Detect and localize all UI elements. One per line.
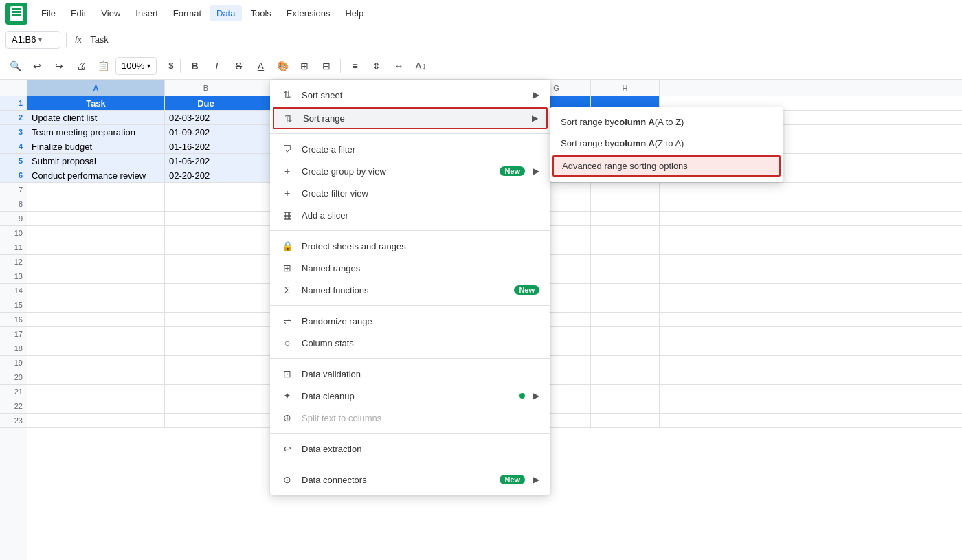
menu-item-data[interactable]: Data [210, 5, 242, 21]
fill-color-icon[interactable]: 🎨 [273, 56, 292, 76]
menu-item-data-connectors[interactable]: ⊙Data connectorsNew▶ [270, 469, 550, 491]
cell-9-H[interactable] [591, 212, 660, 225]
menu-item-data-cleanup[interactable]: ✦Data cleanup▶ [270, 385, 550, 407]
italic-button[interactable]: I [207, 56, 226, 76]
cell-1-A[interactable]: Task [27, 96, 165, 110]
row-num-17[interactable]: 17 [0, 327, 27, 341]
copy-format-icon[interactable]: 📋 [93, 56, 113, 76]
menu-item-randomize-range[interactable]: ⇌Randomize range [270, 310, 550, 332]
cell-16-A[interactable] [27, 313, 165, 326]
menu-item-extensions[interactable]: Extensions [280, 5, 337, 21]
cell-22-A[interactable] [27, 399, 165, 413]
cell-20-B[interactable] [165, 370, 247, 384]
cell-15-H[interactable] [591, 298, 660, 312]
cell-8-H[interactable] [591, 197, 660, 211]
row-num-14[interactable]: 14 [0, 284, 27, 298]
cell-6-B[interactable]: 02-20-202 [165, 168, 247, 182]
menu-item-insert[interactable]: Insert [128, 5, 165, 21]
menu-item-named-functions[interactable]: ΣNamed functionsNew [270, 279, 550, 301]
print-icon[interactable]: 🖨 [71, 56, 91, 76]
cell-19-H[interactable] [591, 356, 660, 370]
cell-18-H[interactable] [591, 341, 660, 355]
cell-19-A[interactable] [27, 356, 165, 370]
menu-item-column-stats[interactable]: ○Column stats [270, 332, 550, 354]
cell-5-B[interactable]: 01-06-202 [165, 154, 247, 168]
zoom-selector[interactable]: 100% ▾ [115, 57, 157, 75]
row-num-2[interactable]: 2 [0, 111, 27, 125]
search-icon[interactable]: 🔍 [5, 56, 25, 76]
cell-ref-box[interactable]: A1:B6 ▾ [5, 31, 60, 49]
row-num-1[interactable]: 1 [0, 96, 27, 111]
wrap-icon[interactable]: ↔ [389, 56, 408, 76]
menu-item-format[interactable]: Format [166, 5, 208, 21]
cell-14-B[interactable] [165, 284, 247, 298]
menu-item-create-filter-view[interactable]: +Create filter view [270, 182, 550, 204]
cell-9-B[interactable] [165, 212, 247, 225]
cell-19-B[interactable] [165, 356, 247, 370]
align-vertical-icon[interactable]: ⇕ [367, 56, 386, 76]
menu-item-create-group-by-view[interactable]: +Create group by viewNew▶ [270, 160, 550, 182]
cell-20-H[interactable] [591, 370, 660, 384]
menu-item-edit[interactable]: Edit [64, 5, 93, 21]
underline-button[interactable]: A [251, 56, 270, 76]
row-num-11[interactable]: 11 [0, 240, 27, 255]
cell-12-A[interactable] [27, 255, 165, 269]
row-num-23[interactable]: 23 [0, 414, 27, 428]
cell-11-H[interactable] [591, 240, 660, 254]
menu-item-data-validation[interactable]: ⊡Data validation [270, 363, 550, 385]
menu-item-file[interactable]: File [34, 5, 63, 21]
menu-item-add-slicer[interactable]: ▦Add a slicer [270, 204, 550, 226]
cell-12-H[interactable] [591, 255, 660, 269]
row-num-13[interactable]: 13 [0, 269, 27, 284]
cell-7-H[interactable] [591, 183, 660, 197]
cell-7-A[interactable] [27, 183, 165, 197]
cell-6-A[interactable]: Conduct performance review [27, 168, 165, 182]
cell-15-A[interactable] [27, 298, 165, 312]
cell-20-A[interactable] [27, 370, 165, 384]
menu-item-data-extraction[interactable]: ↩Data extraction [270, 438, 550, 460]
menu-item-protect-sheets[interactable]: 🔒Protect sheets and ranges [270, 235, 550, 257]
cell-1-B[interactable]: Due [165, 96, 247, 110]
cell-2-A[interactable]: Update client list [27, 111, 165, 124]
cell-4-A[interactable]: Finalize budget [27, 139, 165, 153]
bold-button[interactable]: B [185, 56, 204, 76]
col-header-A[interactable]: A [27, 80, 165, 96]
cell-13-B[interactable] [165, 269, 247, 283]
cell-14-A[interactable] [27, 284, 165, 298]
cell-8-B[interactable] [165, 197, 247, 211]
row-num-9[interactable]: 9 [0, 212, 27, 226]
cell-17-B[interactable] [165, 327, 247, 341]
cell-13-H[interactable] [591, 269, 660, 283]
row-num-12[interactable]: 12 [0, 255, 27, 269]
row-num-6[interactable]: 6 [0, 168, 27, 183]
row-num-4[interactable]: 4 [0, 139, 27, 154]
cell-5-A[interactable]: Submit proposal [27, 154, 165, 168]
cell-22-B[interactable] [165, 399, 247, 413]
cell-3-A[interactable]: Team meeting preparation [27, 125, 165, 139]
currency-icon[interactable]: $ [166, 60, 176, 71]
row-num-5[interactable]: 5 [0, 154, 27, 168]
row-num-22[interactable]: 22 [0, 399, 27, 414]
cell-17-A[interactable] [27, 327, 165, 341]
row-num-8[interactable]: 8 [0, 197, 27, 212]
cell-3-B[interactable]: 01-09-202 [165, 125, 247, 139]
row-num-18[interactable]: 18 [0, 341, 27, 356]
align-left-icon[interactable]: ≡ [345, 56, 364, 76]
borders-icon[interactable]: ⊞ [295, 56, 314, 76]
cell-21-A[interactable] [27, 385, 165, 399]
row-num-20[interactable]: 20 [0, 370, 27, 385]
sort-submenu-item-2[interactable]: Advanced range sorting options [552, 155, 781, 177]
undo-icon[interactable]: ↩ [27, 56, 47, 76]
row-num-7[interactable]: 7 [0, 183, 27, 197]
menu-item-sort-range[interactable]: ⇅Sort range▶ [273, 107, 548, 129]
menu-item-help[interactable]: Help [338, 5, 370, 21]
cell-15-B[interactable] [165, 298, 247, 312]
cell-17-H[interactable] [591, 327, 660, 341]
menu-item-named-ranges[interactable]: ⊞Named ranges [270, 257, 550, 279]
row-num-3[interactable]: 3 [0, 125, 27, 139]
sort-submenu-item-0[interactable]: Sort range by column A (A to Z) [550, 111, 783, 133]
cell-2-B[interactable]: 02-03-202 [165, 111, 247, 124]
cell-21-B[interactable] [165, 385, 247, 399]
cell-10-H[interactable] [591, 226, 660, 240]
menu-item-tools[interactable]: Tools [243, 5, 278, 21]
